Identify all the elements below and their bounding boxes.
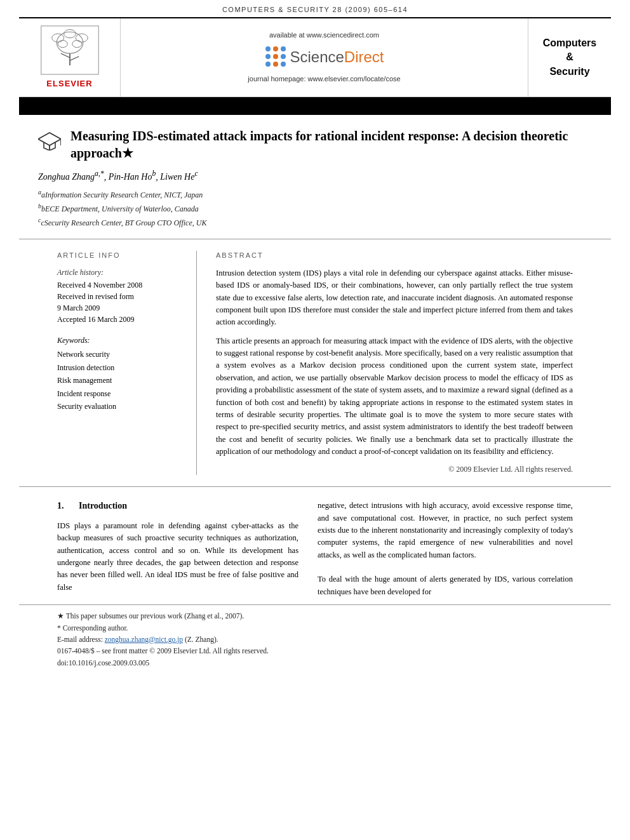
doi-footnote: doi:10.1016/j.cose.2009.03.005: [57, 657, 573, 669]
author-liwen: Liwen Hec: [160, 172, 198, 182]
journal-center-banner: available at www.sciencedirect.com Scien…: [121, 18, 528, 96]
keywords-heading: Keywords:: [57, 335, 184, 346]
received-revised-date: 9 March 2009: [57, 302, 184, 314]
svg-rect-0: [41, 26, 98, 74]
accepted-date: Accepted 16 March 2009: [57, 314, 184, 325]
svg-point-8: [58, 41, 67, 48]
svg-point-6: [64, 30, 76, 38]
mortarboard-icon: [38, 130, 61, 150]
abstract-column: ABSTRACT Intrusion detection system (IDS…: [216, 251, 573, 475]
black-bar: [19, 97, 611, 115]
email-link[interactable]: zonghua.zhang@nict.go.jp: [105, 636, 183, 643]
svg-point-15: [281, 54, 286, 59]
svg-line-3: [60, 54, 69, 58]
journal-name: Computers&Security: [543, 36, 596, 79]
elsevier-label: ELSEVIER: [46, 78, 92, 90]
article-history-block: Article history: Received 4 November 200…: [57, 267, 184, 325]
email-label: E-mail address:: [57, 636, 105, 643]
authors-line: Zonghua Zhanga,*, Pin-Han Hob, Liwen Hec: [38, 170, 592, 183]
introduction-heading: 1. Introduction: [57, 500, 298, 512]
intro-left-text: IDS plays a paramount role in defending …: [57, 520, 298, 594]
svg-point-17: [273, 62, 278, 67]
svg-point-12: [281, 46, 286, 51]
svg-marker-19: [38, 133, 61, 145]
journal-ref-text: COMPUTERS & SECURITY 28 (2009) 605–614: [222, 6, 408, 13]
author-pinhan: Pin-Han Hob: [109, 172, 156, 182]
article-info-label: ARTICLE INFO: [57, 251, 184, 260]
body-right-column: negative, detect intrusions with high ac…: [318, 500, 573, 598]
svg-point-1: [57, 32, 83, 54]
star-footnote: ★ This paper subsumes our previous work …: [57, 610, 573, 622]
abstract-paragraph-2: This article presents an approach for me…: [216, 335, 573, 458]
history-heading: Article history:: [57, 267, 184, 278]
abstract-paragraph-1: Intrusion detection system (IDS) plays a…: [216, 267, 573, 329]
abstract-text: Intrusion detection system (IDS) plays a…: [216, 267, 573, 458]
author-zonghua: Zonghua Zhanga,*: [38, 172, 104, 182]
keyword-3: Risk management: [57, 374, 184, 387]
footnotes-section: ★ This paper subsumes our previous work …: [19, 604, 611, 675]
article-type-icon: [38, 130, 61, 154]
elsevier-logo: ELSEVIER: [19, 18, 121, 96]
body-section: 1. Introduction IDS plays a paramount ro…: [19, 487, 611, 604]
affiliations: aaInformation Security Research Center, …: [38, 187, 592, 230]
article-title: Measuring IDS-estimated attack impacts f…: [70, 128, 592, 162]
homepage-text: journal homepage: www.elsevier.com/locat…: [248, 74, 400, 84]
email-footnote: E-mail address: zonghua.zhang@nict.go.jp…: [57, 634, 573, 645]
article-title-row: Measuring IDS-estimated attack impacts f…: [38, 128, 592, 162]
corresponding-footnote: * Corresponding author.: [57, 622, 573, 634]
copyright-line: © 2009 Elsevier Ltd. All rights reserved…: [216, 464, 573, 475]
elsevier-tree-icon: [38, 25, 102, 76]
rights-footnote: 0167-4048/$ – see front matter © 2009 El…: [57, 645, 573, 657]
svg-point-9: [72, 41, 81, 48]
svg-point-16: [265, 62, 271, 67]
article-info-column: ARTICLE INFO Article history: Received 4…: [57, 251, 197, 475]
affiliation-c: ccSecurity Research Center, BT Group CTO…: [38, 215, 592, 229]
received-date-1: Received 4 November 2008: [57, 279, 184, 291]
article-info-abstract-section: ARTICLE INFO Article history: Received 4…: [19, 239, 611, 487]
affiliation-b: bbECE Department, University of Waterloo…: [38, 201, 592, 215]
body-left-column: 1. Introduction IDS plays a paramount ro…: [57, 500, 298, 598]
section-number: 1.: [57, 501, 64, 510]
article-title-section: Measuring IDS-estimated attack impacts f…: [0, 115, 630, 239]
svg-point-14: [273, 54, 278, 59]
email-suffix: (Z. Zhang).: [183, 636, 218, 643]
top-banner: ELSEVIER available at www.sciencedirect.…: [19, 17, 611, 97]
keyword-5: Security evaluation: [57, 400, 184, 413]
abstract-label: ABSTRACT: [216, 251, 573, 260]
journal-reference: COMPUTERS & SECURITY 28 (2009) 605–614: [0, 0, 630, 17]
sd-science-text: Science: [290, 46, 344, 68]
keywords-block: Keywords: Network security Intrusion det…: [57, 335, 184, 413]
journal-name-box: Computers&Security: [528, 18, 611, 96]
section-title: Introduction: [79, 501, 127, 510]
svg-line-4: [70, 57, 79, 61]
keyword-4: Incident response: [57, 387, 184, 400]
sd-dots-icon: [264, 45, 287, 68]
keyword-2: Intrusion detection: [57, 361, 184, 374]
affiliation-a: aaInformation Security Research Center, …: [38, 187, 592, 201]
svg-point-10: [265, 46, 271, 51]
sd-direct-text: Direct: [344, 46, 384, 68]
svg-point-11: [273, 46, 278, 51]
svg-point-18: [281, 62, 286, 67]
intro-right-text: negative, detect intrusions with high ac…: [318, 500, 573, 598]
keyword-1: Network security: [57, 348, 184, 361]
svg-point-13: [265, 54, 271, 59]
available-text: available at www.sciencedirect.com: [269, 30, 379, 40]
received-revised-label: Received in revised form: [57, 291, 184, 302]
sciencedirect-logo: ScienceDirect: [264, 45, 384, 68]
